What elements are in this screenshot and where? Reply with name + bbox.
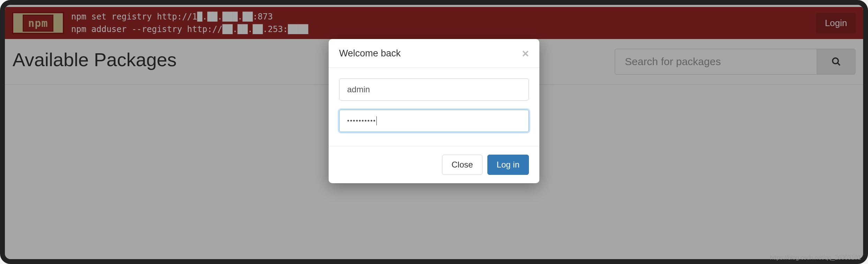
modal-body: •••••••••• — [329, 68, 539, 146]
modal-footer: Close Log in — [329, 146, 539, 183]
password-field[interactable]: •••••••••• — [339, 110, 529, 132]
modal-title: Welcome back — [339, 48, 401, 59]
modal-header: Welcome back × — [329, 39, 539, 68]
login-modal: Welcome back × •••••••••• Close Log in — [329, 39, 539, 183]
watermark: https://blog.csdn.net/qq_26003101 — [770, 254, 861, 261]
close-icon[interactable]: × — [522, 47, 529, 59]
username-field[interactable] — [339, 78, 529, 101]
login-submit-button[interactable]: Log in — [487, 155, 529, 175]
close-button[interactable]: Close — [442, 155, 482, 175]
text-cursor — [376, 116, 377, 125]
